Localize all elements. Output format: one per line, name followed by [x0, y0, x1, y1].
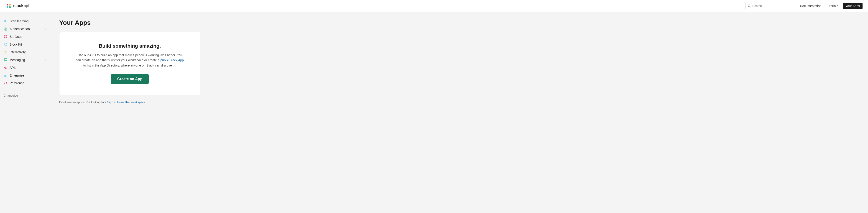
sign-in-workspace-link[interactable]: Sign in to another workspace.	[107, 100, 146, 104]
header-left: slack api	[5, 3, 29, 9]
sidebar-item-label-start-learning: Start learning	[9, 19, 28, 23]
main-layout: Start learning › Authentication ›	[0, 12, 868, 213]
cursor-icon	[4, 50, 8, 54]
dont-see-part1: Don't see an app you're looking for?	[59, 100, 107, 104]
search-input[interactable]	[752, 4, 793, 7]
sidebar-item-start-learning[interactable]: Start learning ›	[0, 17, 50, 25]
dont-see-text: Don't see an app you're looking for? Sig…	[59, 100, 859, 104]
sidebar-item-label-apis: APIs	[9, 66, 17, 69]
sidebar-item-label-authentication: Authentication	[9, 27, 30, 31]
svg-rect-13	[6, 74, 7, 77]
chevron-right-icon: ›	[45, 28, 46, 30]
public-slack-app-link[interactable]: public Slack App	[160, 58, 184, 62]
header-right: Documentation Tutorials Your Apps	[745, 3, 863, 9]
search-box[interactable]	[745, 3, 795, 9]
sidebar-item-authentication[interactable]: Authentication ›	[0, 25, 50, 33]
chevron-right-icon: ›	[45, 51, 46, 54]
apps-card: Build something amazing. Use our APIs to…	[59, 32, 200, 95]
sidebar-item-reference[interactable]: Reference ›	[0, 79, 50, 87]
sidebar-item-label-interactivity: Interactivity	[9, 50, 26, 54]
sidebar-item-enterprise[interactable]: Enterprise ›	[0, 71, 50, 79]
sidebar-item-block-kit[interactable]: Block Kit ›	[0, 40, 50, 48]
code-icon	[4, 81, 8, 85]
sidebar-item-label-reference: Reference	[9, 81, 24, 85]
header: slack api Documentation Tutorials Your A…	[0, 0, 868, 12]
changelog-link[interactable]: Changelog	[4, 94, 18, 97]
nav-your-apps[interactable]: Your Apps	[843, 3, 863, 9]
blocks-icon	[4, 42, 8, 47]
svg-rect-10	[4, 37, 5, 38]
svg-rect-3	[9, 6, 11, 8]
chevron-right-icon: ›	[45, 66, 46, 69]
logo-slack-text: slack	[13, 3, 24, 8]
page-title: Your Apps	[59, 19, 859, 26]
sidebar-item-label-enterprise: Enterprise	[9, 73, 24, 77]
apps-card-description: Use our APIs to build an app that makes …	[75, 53, 184, 68]
sidebar-footer: Changelog	[0, 90, 50, 97]
chevron-right-icon: ›	[45, 20, 46, 23]
sidebar-item-messaging[interactable]: Messaging ›	[0, 56, 50, 64]
svg-line-5	[750, 6, 751, 7]
logo[interactable]: slack api	[5, 3, 29, 9]
slack-logo-icon	[5, 3, 12, 9]
nav-tutorials[interactable]: Tutorials	[826, 4, 838, 8]
svg-rect-9	[6, 35, 7, 36]
apps-card-title: Build something amazing.	[68, 43, 191, 49]
chevron-right-icon: ›	[45, 59, 46, 61]
chat-icon	[4, 58, 8, 62]
sidebar-item-label-messaging: Messaging	[9, 58, 25, 62]
grid-icon	[4, 35, 8, 39]
lock-icon	[4, 27, 8, 31]
sidebar-item-label-block-kit: Block Kit	[9, 42, 22, 46]
chevron-right-icon: ›	[45, 35, 46, 38]
chevron-right-icon: ›	[45, 74, 46, 77]
sidebar: Start learning › Authentication ›	[0, 12, 50, 213]
sidebar-item-label-surfaces: Surfaces	[9, 35, 22, 38]
chevron-right-icon: ›	[45, 43, 46, 46]
nav-documentation[interactable]: Documentation	[800, 4, 821, 8]
svg-rect-0	[7, 4, 8, 5]
sidebar-item-interactivity[interactable]: Interactivity ›	[0, 48, 50, 56]
svg-point-7	[5, 29, 6, 30]
svg-rect-1	[9, 4, 11, 5]
svg-rect-11	[6, 37, 7, 38]
sidebar-item-apis[interactable]: APIs ›	[0, 64, 50, 71]
search-icon	[748, 4, 751, 7]
logo-api-text: api	[24, 4, 29, 8]
api-icon	[4, 66, 8, 70]
enterprise-icon	[4, 73, 8, 78]
svg-rect-12	[4, 75, 5, 77]
svg-rect-8	[4, 35, 5, 36]
create-app-button[interactable]: Create an App	[111, 74, 149, 84]
main-content: Your Apps Build something amazing. Use o…	[50, 12, 868, 213]
book-icon	[4, 19, 8, 23]
sidebar-item-surfaces[interactable]: Surfaces ›	[0, 33, 50, 40]
apps-card-desc-part2: to list in the App Directory, where anyo…	[83, 64, 176, 67]
chevron-right-icon: ›	[45, 82, 46, 85]
svg-rect-2	[7, 6, 8, 8]
